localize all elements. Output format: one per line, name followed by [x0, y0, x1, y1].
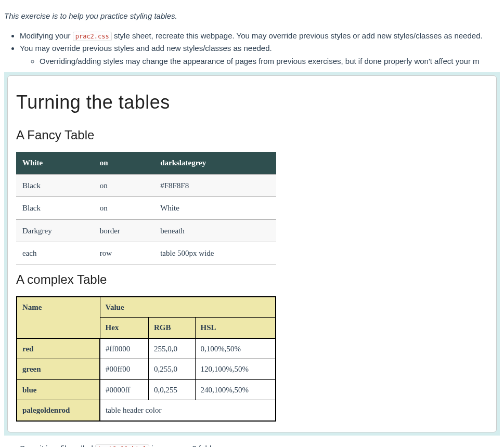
code-tag-prac2: prac2.css [73, 32, 112, 41]
footer-item: Save it in a file called task2-10.html i… [20, 443, 504, 448]
text: Modifying your [20, 31, 73, 40]
table-row: Black on White [16, 197, 276, 220]
td: on [94, 197, 154, 220]
td: White [154, 197, 276, 220]
td: border [94, 219, 154, 242]
table-row: each row table 500px wide [16, 242, 276, 265]
td: 255,0,0 [148, 338, 195, 359]
td: on [94, 174, 154, 197]
th: darkslategrey [154, 152, 276, 174]
td: 240,100%,50% [195, 379, 276, 400]
td: #F8F8F8 [154, 174, 276, 197]
section-heading-fancy: A Fancy Table [16, 126, 488, 144]
td: #0000ff [100, 379, 148, 400]
th-rgb: RGB [148, 318, 195, 338]
td: Black [16, 174, 94, 197]
instruction-sublist: Overriding/adding styles may change the … [20, 56, 504, 68]
td: 0,100%,50% [195, 338, 276, 359]
table-row: Black on #F8F8F8 [16, 174, 276, 197]
row-header: palegoldenrod [17, 400, 100, 421]
instruction-item-2: You may override previous styles and add… [20, 43, 504, 67]
td: #ff0000 [100, 338, 148, 359]
th-hsl: HSL [195, 318, 276, 338]
td: 0,0,255 [148, 379, 195, 400]
td: each [16, 242, 94, 265]
row-header: blue [17, 379, 100, 400]
section-heading-complex: A complex Table [16, 270, 488, 289]
code-tag-task210: task2-10.html [95, 444, 149, 448]
td: Black [16, 197, 94, 220]
th: White [16, 152, 94, 174]
fancy-table: White on darkslategrey Black on #F8F8F8 … [16, 152, 276, 265]
table-row: blue #0000ff 0,0,255 240,100%,50% [17, 379, 276, 400]
td: table 500px wide [154, 242, 276, 265]
example-container: Turning the tables A Fancy Table White o… [4, 72, 500, 436]
example-card: Turning the tables A Fancy Table White o… [7, 75, 497, 432]
text: Save it in a file called [20, 444, 95, 448]
table-row: palegoldenrod table header color [17, 400, 276, 421]
td: beneath [154, 219, 276, 242]
intro-text: This exercise is to help you practice st… [0, 8, 504, 22]
instruction-subitem: Overriding/adding styles may change the … [40, 56, 504, 68]
instruction-item-1: Modifying your prac2.css style sheet, re… [20, 30, 504, 42]
instruction-list: Modifying your prac2.css style sheet, re… [0, 30, 504, 68]
td: #00ff00 [100, 359, 148, 380]
page-title: Turning the tables [16, 88, 488, 116]
td: table header color [100, 400, 276, 421]
table-row: red #ff0000 255,0,0 0,100%,50% [17, 338, 276, 359]
text: style sheet, recreate this webpage. You … [112, 31, 483, 40]
th-name: Name [17, 297, 100, 338]
text: You may override previous styles and add… [20, 44, 272, 52]
td: 120,100%,50% [195, 359, 276, 380]
table-header-row: Name Value [17, 297, 276, 318]
th-hex: Hex [100, 318, 148, 338]
td: row [94, 242, 154, 265]
complex-table: Name Value Hex RGB HSL red #ff0000 255,0… [16, 296, 276, 422]
row-header: green [17, 359, 100, 380]
th: on [94, 152, 154, 174]
td: 0,255,0 [148, 359, 195, 380]
th-value: Value [100, 297, 276, 318]
text: in your prac2 folder. [149, 444, 220, 448]
table-row: green #00ff00 0,255,0 120,100%,50% [17, 359, 276, 380]
table-header-row: White on darkslategrey [16, 152, 276, 174]
td: Darkgrey [16, 219, 94, 242]
table-row: Darkgrey border beneath [16, 219, 276, 242]
footer-list: Save it in a file called task2-10.html i… [0, 443, 504, 448]
row-header: red [17, 338, 100, 359]
